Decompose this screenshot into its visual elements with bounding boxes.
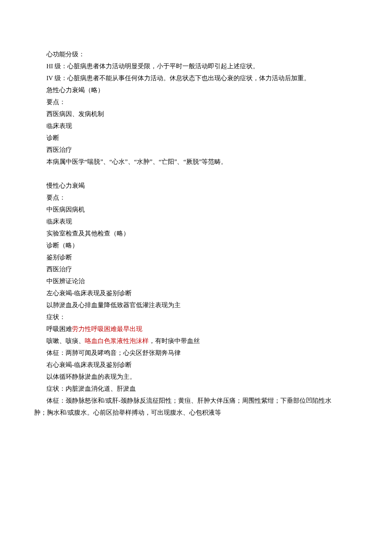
body-text: ，有时痰中带血丝 — [149, 337, 200, 344]
body-text: 以肺淤血及心排血量降低致器官低灌注表现为主 — [46, 302, 181, 308]
text-line: 以体循环静脉淤血的表现为主。 — [34, 371, 358, 383]
text-line: 呼吸困难劳力性呼吸困难最早出现 — [34, 323, 358, 335]
body-text: 要点： — [46, 99, 66, 105]
text-line: 诊断（略） — [34, 239, 358, 251]
text-line: 症状：内脏淤血消化道、肝淤血 — [34, 383, 358, 395]
text-line: 临床表现 — [34, 215, 358, 227]
text-line: 要点： — [34, 96, 358, 108]
text-line: 急性心力衰竭（略） — [34, 84, 358, 96]
body-text: 西医治疗 — [46, 266, 72, 273]
body-text: HI 级：心脏病患者体力活动明显受限，小于平时一般活动即引起上述症状。 — [46, 63, 259, 70]
body-text: 本病属中医学“喘脱”、“心水”、“水肿”、“亡阳”、“厥脱”等范畴。 — [46, 158, 227, 165]
text-line: 咳嗽、咳痰、咯血白色浆液性泡沫样，有时痰中带血丝 — [34, 335, 358, 347]
body-text: 左心衰竭-临床表现及鉴别诊断 — [46, 290, 132, 296]
text-line: 体征：两肺可闻及哮鸣音；心尖区舒张期奔马律 — [34, 347, 358, 359]
body-text: 咳嗽、咳痰、 — [46, 337, 85, 344]
body-text: 诊断（略） — [46, 242, 78, 249]
text-line: IV 级：心脏病患者不能从事任何体力活动。休息状态下也出现心衰的症状，体力活动后… — [34, 72, 358, 84]
body-text: 实验室检查及其他检查（略） — [46, 230, 130, 237]
body-text: 中医病因病机 — [46, 206, 85, 213]
text-line: 鉴别诊断 — [34, 251, 358, 263]
body-text: 心功能分级： — [46, 51, 85, 58]
text-line: 症状： — [34, 311, 358, 323]
body-text: 急性心力衰竭（略） — [46, 87, 104, 93]
body-text: 临床表现 — [46, 218, 72, 225]
text-line: 体征：颈静脉怒张和/或肝-颈静脉反流征阳性；黄疸、肝肿大伴压痛；周围性紫绀；下垂… — [34, 395, 358, 407]
text-line: 慢性心力衰竭 — [34, 180, 358, 192]
blank-line — [34, 168, 358, 180]
body-text: 鉴别诊断 — [46, 254, 72, 261]
text-line: 临床表现 — [34, 120, 358, 132]
body-text: 临床表现 — [46, 122, 72, 129]
text-line: 要点： — [34, 192, 358, 203]
text-line: 心功能分级： — [34, 48, 358, 60]
body-text: 肿；胸水和/或腹水。心前区抬举样搏动，可出现腹水、心包积液等 — [34, 409, 221, 416]
text-line: 中医病因病机 — [34, 203, 358, 215]
text-line: 实验室检查及其他检查（略） — [34, 227, 358, 239]
text-line: 西医治疗 — [34, 144, 358, 156]
body-text: 西医病因、发病机制 — [46, 110, 104, 117]
highlighted-text: 劳力性呼吸困难最早出现 — [72, 325, 142, 332]
document-page: 心功能分级：HI 级：心脏病患者体力活动明显受限，小于平时一般活动即引起上述症状… — [0, 0, 392, 555]
text-line: 诊断 — [34, 132, 358, 144]
body-text: 症状：内脏淤血消化道、肝淤血 — [46, 385, 136, 392]
text-line: 肿；胸水和/或腹水。心前区抬举样搏动，可出现腹水、心包积液等 — [34, 407, 358, 418]
body-text: 体征：颈静脉怒张和/或肝-颈静脉反流征阳性；黄疸、肝肿大伴压痛；周围性紫绀；下垂… — [46, 397, 331, 404]
body-text: 慢性心力衰竭 — [46, 182, 85, 189]
text-line: 本病属中医学“喘脱”、“心水”、“水肿”、“亡阳”、“厥脱”等范畴。 — [34, 156, 358, 168]
body-text: 呼吸困难 — [46, 325, 72, 332]
body-text: 中医辨证论治 — [46, 278, 85, 285]
text-line: 以肺淤血及心排血量降低致器官低灌注表现为主 — [34, 299, 358, 311]
highlighted-text: 咯血白色浆液性泡沫样 — [85, 337, 149, 344]
body-text: 诊断 — [46, 134, 59, 141]
text-line: HI 级：心脏病患者体力活动明显受限，小于平时一般活动即引起上述症状。 — [34, 60, 358, 72]
body-text: 西医治疗 — [46, 146, 72, 153]
text-line: 西医病因、发病机制 — [34, 108, 358, 120]
body-text: 右心衰竭-临床表现及鉴别诊断 — [46, 361, 132, 368]
body-text: IV 级：心脏病患者不能从事任何体力活动。休息状态下也出现心衰的症状，体力活动后… — [46, 75, 310, 81]
text-line: 西医治疗 — [34, 263, 358, 275]
body-text: 体征：两肺可闻及哮鸣音；心尖区舒张期奔马律 — [46, 349, 181, 356]
text-line: 右心衰竭-临床表现及鉴别诊断 — [34, 359, 358, 371]
body-text: 症状： — [46, 314, 66, 320]
body-text: 要点： — [46, 194, 66, 201]
text-line: 中医辨证论治 — [34, 275, 358, 287]
body-text: 以体循环静脉淤血的表现为主。 — [46, 373, 136, 380]
text-line: 左心衰竭-临床表现及鉴别诊断 — [34, 287, 358, 299]
